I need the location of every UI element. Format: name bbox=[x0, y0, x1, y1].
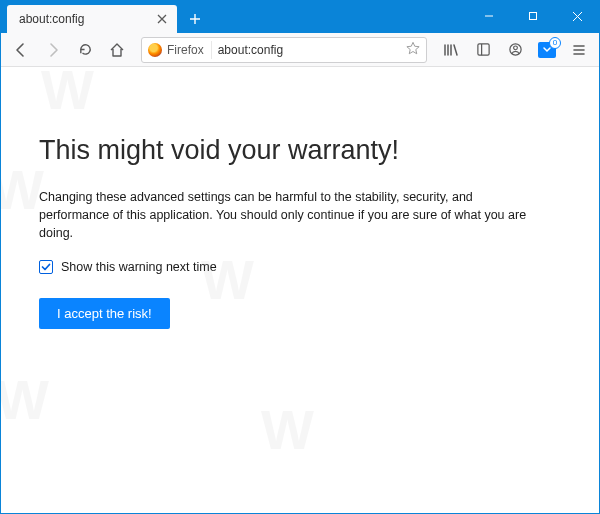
identity-label: Firefox bbox=[167, 43, 204, 57]
url-bar[interactable]: Firefox about:config bbox=[141, 37, 427, 63]
tab-close-icon[interactable] bbox=[155, 12, 169, 26]
show-warning-label: Show this warning next time bbox=[61, 260, 217, 274]
new-tab-button[interactable] bbox=[181, 5, 209, 33]
bookmark-star-icon[interactable] bbox=[406, 41, 420, 58]
window-maximize-button[interactable] bbox=[511, 1, 555, 31]
browser-window: about:config bbox=[0, 0, 600, 514]
watermark: W W W W W bbox=[1, 67, 599, 513]
library-button[interactable] bbox=[437, 36, 465, 64]
url-text: about:config bbox=[218, 43, 400, 57]
svg-rect-0 bbox=[530, 13, 537, 20]
show-warning-row: Show this warning next time bbox=[39, 260, 569, 274]
accept-risk-button[interactable]: I accept the risk! bbox=[39, 298, 170, 329]
site-identity[interactable]: Firefox bbox=[148, 41, 212, 59]
warning-body: Changing these advanced settings can be … bbox=[39, 188, 539, 242]
pocket-button[interactable]: 0 bbox=[533, 36, 561, 64]
tab-active[interactable]: about:config bbox=[7, 5, 177, 33]
pocket-badge-count: 0 bbox=[549, 37, 561, 49]
firefox-icon bbox=[148, 43, 162, 57]
home-button[interactable] bbox=[103, 36, 131, 64]
svg-point-3 bbox=[513, 46, 517, 50]
sidebar-button[interactable] bbox=[469, 36, 497, 64]
nav-toolbar: Firefox about:config 0 bbox=[1, 33, 599, 67]
window-close-button[interactable] bbox=[555, 1, 599, 31]
forward-button[interactable] bbox=[39, 36, 67, 64]
titlebar: about:config bbox=[1, 1, 599, 33]
tab-title: about:config bbox=[19, 12, 147, 26]
window-controls bbox=[467, 1, 599, 31]
window-minimize-button[interactable] bbox=[467, 1, 511, 31]
back-button[interactable] bbox=[7, 36, 35, 64]
svg-rect-1 bbox=[477, 44, 488, 55]
pocket-icon: 0 bbox=[538, 42, 556, 58]
show-warning-checkbox[interactable] bbox=[39, 260, 53, 274]
warning-heading: This might void your warranty! bbox=[39, 135, 569, 166]
reload-button[interactable] bbox=[71, 36, 99, 64]
account-button[interactable] bbox=[501, 36, 529, 64]
app-menu-button[interactable] bbox=[565, 36, 593, 64]
tabs-strip: about:config bbox=[1, 1, 209, 33]
page-content: W W W W W This might void your warranty!… bbox=[1, 67, 599, 513]
